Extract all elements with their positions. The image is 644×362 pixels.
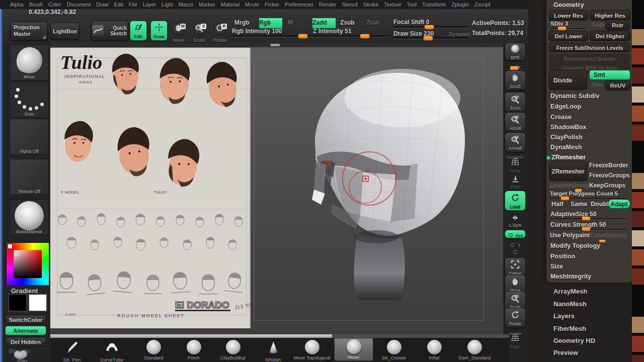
zoom-button[interactable]: Zoom: [505, 92, 526, 112]
menu-stroke[interactable]: Stroke: [363, 2, 378, 8]
menu-preferences[interactable]: Preferences: [285, 2, 313, 8]
menu-transform[interactable]: Transform: [422, 2, 446, 8]
section-mesh-integrity[interactable]: MeshIntegrity: [550, 273, 591, 280]
main-color-swatch[interactable]: [8, 294, 27, 312]
brush-item-dam-standard[interactable]: Dam_Standard: [455, 339, 494, 360]
zadd-button[interactable]: Zadd: [312, 18, 336, 29]
sdiv-slider[interactable]: [550, 28, 586, 29]
suv-toggle[interactable]: Suv: [592, 81, 603, 87]
del-lower-button[interactable]: Del Lower: [549, 31, 588, 41]
section-crease[interactable]: Crease: [550, 114, 572, 121]
zsub-button[interactable]: Zsub: [340, 19, 355, 26]
menu-picker[interactable]: Picker: [265, 2, 279, 8]
z-intensity-slider[interactable]: [312, 35, 391, 37]
z-intensity-handle[interactable]: [360, 34, 370, 39]
menu-edit[interactable]: Edit: [114, 2, 123, 8]
rgb-intensity-slider[interactable]: [231, 35, 312, 37]
section-dynamic-subdiv[interactable]: Dynamic Subdiv: [550, 93, 599, 100]
brush-item-sk-crease[interactable]: SK_Crease: [374, 339, 414, 360]
section-claypolish[interactable]: ClayPolish: [550, 134, 583, 141]
geometry-panel-title[interactable]: Geometry: [553, 1, 584, 9]
draw-size-slider[interactable]: [393, 37, 468, 39]
menu-macro[interactable]: Macro: [179, 2, 193, 8]
freeze-groups-toggle[interactable]: FreezeGroups: [589, 172, 630, 179]
section-shadowbox[interactable]: ShadowBox: [550, 124, 587, 131]
rotate-mode-button[interactable]: R Rotate: [212, 22, 228, 44]
stroke-selector-thumbnail[interactable]: Dots: [10, 81, 49, 118]
floor-button[interactable]: Floor: [505, 174, 526, 191]
brush-item-sk-pen[interactable]: SK_Pen: [52, 339, 92, 362]
brush-item-pinch[interactable]: Pinch: [174, 339, 213, 360]
draw-mode-button[interactable]: Draw: [150, 21, 168, 41]
draw-size-handle[interactable]: [423, 36, 433, 41]
freeze-border-toggle[interactable]: FreezeBorder: [589, 162, 628, 169]
section-modify-topology[interactable]: Modify Topology: [550, 242, 600, 249]
y-rotation-button[interactable]: Y: [505, 240, 526, 247]
menu-brush[interactable]: Brush: [29, 2, 43, 8]
m-button[interactable]: M: [288, 19, 293, 26]
menu-document[interactable]: Document: [66, 2, 91, 8]
section-size[interactable]: Size: [550, 263, 563, 270]
menu-layer[interactable]: Layer: [143, 2, 156, 8]
menu-render[interactable]: Render: [319, 2, 336, 8]
brush-item-move-selected[interactable]: Move: [334, 338, 373, 361]
rgb-button[interactable]: Rgb: [259, 18, 283, 29]
menu-light[interactable]: Light: [162, 2, 173, 8]
mrgb-button[interactable]: Mrgb: [234, 19, 249, 26]
z-rotation-button[interactable]: [505, 248, 526, 255]
target-polygons-handle[interactable]: [560, 196, 570, 201]
lower-res-button[interactable]: Lower Res: [549, 10, 588, 21]
smt-toggle[interactable]: Smt: [589, 70, 630, 80]
menu-marker[interactable]: Marker: [199, 2, 215, 8]
cage-button[interactable]: Cage: [592, 21, 606, 27]
menu-movie[interactable]: Movie: [245, 2, 259, 8]
brush-item-standard[interactable]: Standard: [134, 339, 173, 360]
menu-texture[interactable]: Texture: [384, 2, 401, 8]
menu-draw[interactable]: Draw: [96, 2, 109, 8]
alternate-button[interactable]: Alternate: [5, 326, 46, 335]
section-zremesher[interactable]: ZRemesher: [551, 154, 586, 161]
color-picker[interactable]: [6, 242, 49, 286]
spix-slider[interactable]: SPix: [505, 62, 526, 71]
menu-tool[interactable]: Tool: [407, 2, 417, 8]
section-nanomesh[interactable]: NanoMesh: [553, 300, 587, 308]
menu-alpha[interactable]: Alpha: [10, 2, 24, 8]
reconstruct-subdiv-button[interactable]: Reconstruct Subdiv: [549, 54, 630, 63]
document-canvas[interactable]: Tulio INSPIRATIONAL IDEAS: [50, 43, 503, 336]
solo-icon[interactable]: [14, 350, 31, 358]
move-mode-button[interactable]: M Move: [171, 22, 187, 44]
divide-button[interactable]: Divide: [549, 70, 587, 90]
adapt-toggle[interactable]: Adapt: [608, 199, 630, 209]
brush-item-inflat[interactable]: Inflat: [415, 339, 454, 360]
use-polypaint-toggle[interactable]: Use Polypaint: [550, 232, 589, 239]
zcut-button[interactable]: Zcut: [366, 19, 379, 26]
lsym-button[interactable]: L.Sym: [505, 214, 526, 229]
projection-master-button[interactable]: Projection Master: [10, 22, 48, 41]
higher-res-button[interactable]: Higher Res: [590, 10, 630, 21]
menu-color[interactable]: Color: [48, 2, 61, 8]
shelf-rotate-button[interactable]: Rotate: [505, 308, 526, 328]
half-button[interactable]: Half: [551, 201, 564, 208]
section-preview[interactable]: Preview: [553, 349, 578, 356]
alpha-selector-thumbnail[interactable]: Alpha Off: [10, 119, 49, 155]
switch-color-button[interactable]: SwitchColor: [5, 315, 46, 324]
brush-item-claybuildup[interactable]: ClayBuildup: [213, 339, 253, 360]
reuv-button[interactable]: ReUV: [605, 80, 630, 90]
edit-mode-button[interactable]: Edit: [130, 21, 147, 41]
local-symmetry-button[interactable]: Local: [505, 191, 526, 211]
actual-size-button[interactable]: Actual: [505, 112, 526, 132]
brush-item-move-topological[interactable]: Move Topological: [290, 339, 334, 360]
section-layers[interactable]: Layers: [553, 312, 575, 320]
scroll-button[interactable]: Scroll: [505, 70, 526, 90]
sdiv-handle[interactable]: [557, 26, 567, 31]
secondary-color-swatch[interactable]: [28, 294, 47, 312]
menu-material[interactable]: Material: [221, 2, 239, 8]
brush-selector-thumbnail[interactable]: Move: [10, 44, 49, 80]
keep-groups-toggle[interactable]: KeepGroups: [589, 182, 625, 189]
xyz-rotation-button[interactable]: xyz: [505, 230, 526, 238]
persp-button[interactable]: Persp: [505, 156, 526, 174]
quick-sketch-button[interactable]: Quick Sketch: [91, 21, 128, 41]
menu-file[interactable]: File: [129, 2, 137, 8]
menu-zscript[interactable]: Zscript: [474, 2, 491, 8]
texture-selector-thumbnail[interactable]: Texture Off: [10, 159, 49, 195]
